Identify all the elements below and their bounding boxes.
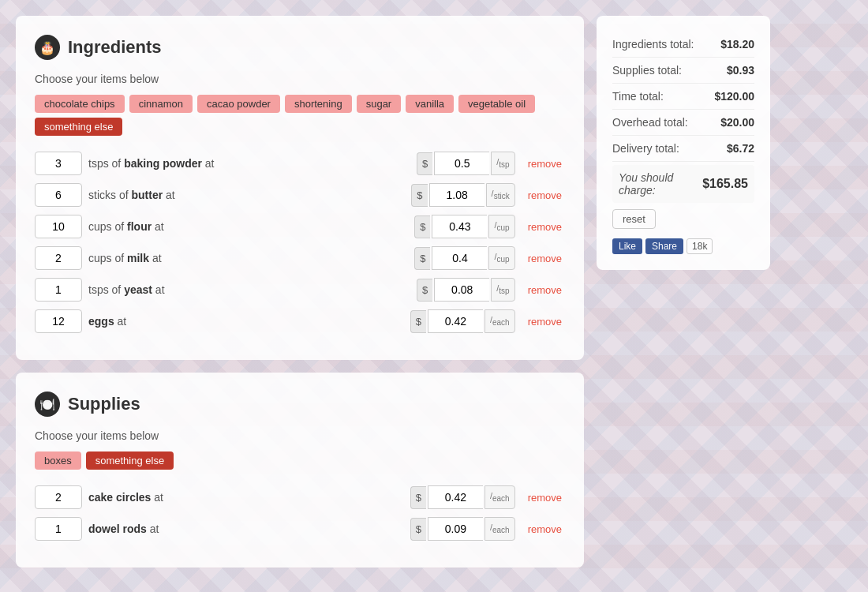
charge-label: You should charge: [619, 171, 702, 197]
tag-shortening[interactable]: shortening [285, 95, 352, 113]
ingredients-total-label: Ingredients total: [612, 38, 694, 51]
quantity-input[interactable] [35, 517, 82, 541]
facebook-count: 18k [687, 238, 713, 254]
tag-cinnamon[interactable]: cinnamon [129, 95, 193, 113]
price-group: $/cup [414, 215, 514, 238]
remove-button[interactable]: remove [525, 155, 565, 173]
dollar-sign: $ [417, 152, 432, 175]
charge-value: $165.85 [702, 177, 748, 191]
facebook-share-button[interactable]: Share [645, 238, 683, 254]
ingredient-row: dowel rods at$/eachremove [35, 517, 565, 541]
price-input[interactable] [428, 309, 483, 333]
supplies-tags: boxessomething else [35, 451, 565, 470]
ingredient-row: sticks of butter at$/stickremove [35, 183, 565, 207]
dollar-sign: $ [410, 518, 426, 541]
unit-label: /each [485, 485, 515, 508]
tag-sugar[interactable]: sugar [357, 95, 402, 113]
ingredient-row: tsps of yeast at$/tspremove [35, 278, 565, 302]
price-group: $/each [410, 309, 515, 333]
tag-vegetable-oil[interactable]: vegetable oil [458, 95, 535, 113]
tag-vanilla[interactable]: vanilla [406, 95, 454, 113]
row-label: eggs at [88, 315, 404, 328]
tag-boxes[interactable]: boxes [35, 451, 81, 470]
delivery-total-value: $6.72 [727, 142, 754, 155]
price-input[interactable] [429, 183, 485, 207]
dollar-sign: $ [417, 279, 432, 302]
price-input[interactable] [428, 485, 483, 509]
price-input[interactable] [428, 517, 483, 541]
overhead-total-row: Overhead total: $20.00 [612, 110, 754, 136]
quantity-input[interactable] [35, 246, 82, 270]
remove-button[interactable]: remove [525, 281, 565, 299]
tag-something-else[interactable]: something else [86, 451, 174, 470]
time-total-value: $120.00 [714, 90, 754, 103]
dollar-sign: $ [411, 184, 427, 207]
dollar-sign: $ [414, 247, 430, 270]
tag-cacao-powder[interactable]: cacao powder [197, 95, 280, 113]
remove-button[interactable]: remove [525, 249, 565, 268]
delivery-total-row: Delivery total: $6.72 [612, 136, 754, 162]
row-label: sticks of butter at [88, 189, 405, 201]
facebook-like-button[interactable]: Like [612, 238, 642, 254]
supplies-card: 🍽️ Supplies Choose your items below boxe… [16, 373, 584, 568]
unit-label: /each [485, 309, 515, 332]
ingredient-row: cake circles at$/eachremove [35, 485, 565, 509]
supplies-total-label: Supplies total: [612, 64, 682, 77]
remove-button[interactable]: remove [525, 489, 565, 507]
ingredient-row: cups of milk at$/cupremove [35, 246, 565, 270]
time-total-row: Time total: $120.00 [612, 84, 754, 110]
ingredients-total-value: $18.20 [720, 38, 754, 51]
main-content: 🎂 Ingredients Choose your items below ch… [16, 16, 584, 568]
remove-button[interactable]: remove [525, 186, 565, 204]
ingredients-total-row: Ingredients total: $18.20 [612, 32, 754, 58]
supplies-choose-label: Choose your items below [35, 429, 565, 442]
quantity-input[interactable] [35, 309, 82, 333]
row-label: cake circles at [88, 491, 404, 504]
unit-label: /cup [488, 246, 514, 269]
quantity-input[interactable] [35, 485, 82, 509]
reset-button[interactable]: reset [612, 209, 656, 229]
quantity-input[interactable] [35, 278, 82, 302]
supplies-title: Supplies [68, 394, 140, 414]
supplies-header: 🍽️ Supplies [35, 392, 565, 417]
unit-label: /tsp [491, 152, 514, 174]
ingredient-row: cups of flour at$/cupremove [35, 215, 565, 238]
price-input[interactable] [434, 152, 489, 175]
summary-card: Ingredients total: $18.20 Supplies total… [597, 16, 770, 270]
price-input[interactable] [432, 246, 487, 270]
supplies-total-value: $0.93 [727, 64, 754, 77]
facebook-section: Like Share 18k [612, 238, 754, 254]
row-label: dowel rods at [88, 523, 404, 535]
time-total-label: Time total: [612, 90, 664, 103]
price-input[interactable] [434, 278, 489, 302]
price-group: $/stick [411, 183, 514, 207]
quantity-input[interactable] [35, 152, 82, 175]
overhead-total-value: $20.00 [720, 116, 754, 129]
row-label: cups of milk at [88, 252, 408, 264]
ingredients-header: 🎂 Ingredients [35, 35, 565, 60]
ingredients-tags: chocolate chipscinnamoncacao powdershort… [35, 95, 565, 136]
quantity-input[interactable] [35, 215, 82, 238]
remove-button[interactable]: remove [525, 520, 565, 538]
tag-something-else[interactable]: something else [35, 118, 122, 136]
delivery-total-label: Delivery total: [612, 142, 679, 155]
charge-row: You should charge: $165.85 [612, 165, 754, 203]
remove-button[interactable]: remove [525, 218, 565, 236]
tag-chocolate-chips[interactable]: chocolate chips [35, 95, 125, 113]
price-input[interactable] [432, 215, 487, 238]
dollar-sign: $ [410, 310, 426, 333]
ingredients-card: 🎂 Ingredients Choose your items below ch… [16, 16, 584, 360]
supplies-total-row: Supplies total: $0.93 [612, 58, 754, 84]
row-label: cups of flour at [88, 220, 408, 233]
price-group: $/each [410, 485, 515, 509]
price-group: $/cup [414, 246, 514, 270]
overhead-total-label: Overhead total: [612, 116, 688, 129]
unit-label: /stick [486, 183, 515, 206]
ingredient-row: eggs at$/eachremove [35, 309, 565, 333]
row-label: tsps of baking powder at [88, 157, 410, 170]
ingredients-choose-label: Choose your items below [35, 73, 565, 85]
dollar-sign: $ [410, 486, 426, 509]
quantity-input[interactable] [35, 183, 82, 207]
price-group: $/each [410, 517, 515, 541]
remove-button[interactable]: remove [525, 313, 565, 331]
